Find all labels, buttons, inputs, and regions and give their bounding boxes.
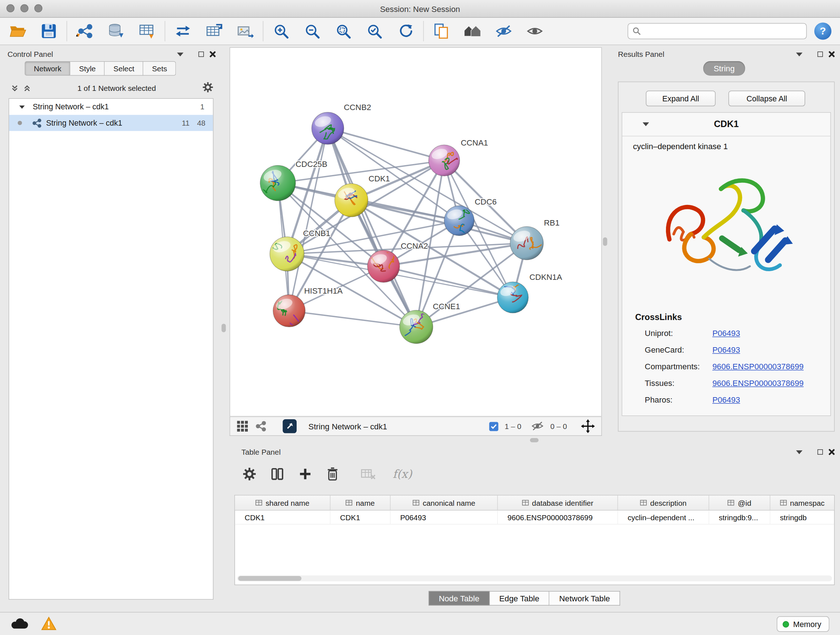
scrollbar-thumb[interactable]	[238, 576, 302, 581]
search-field[interactable]	[628, 23, 807, 39]
network-node-HIST1H1A[interactable]: HIST1H1A	[273, 287, 343, 329]
column-header[interactable]: namespac	[770, 496, 834, 510]
open-session-icon[interactable]	[9, 22, 27, 40]
search-input[interactable]	[644, 27, 802, 35]
pan-move-icon[interactable]	[581, 419, 595, 433]
crosslink-tissues-link[interactable]: 9606.ENSP00000378699	[712, 378, 804, 387]
grid-view-icon[interactable]	[237, 420, 248, 432]
zoom-fit-icon[interactable]	[334, 22, 352, 40]
export-image-icon[interactable]	[236, 22, 254, 40]
node-label: CDC25B	[295, 160, 327, 169]
tab-edge-table[interactable]: Edge Table	[489, 591, 549, 606]
import-network-database-icon[interactable]	[107, 22, 125, 40]
network-view-canvas[interactable]: CCNB2CCNA1CDC25BCDK1CDC6RB1CCNB1CCNA2CDK…	[230, 47, 602, 416]
hide-selected-eye-slash-icon[interactable]	[494, 22, 513, 40]
crosslink-compartments-link[interactable]: 9606.ENSP00000378699	[712, 362, 804, 371]
column-header[interactable]: database identifier	[498, 496, 618, 510]
column-header[interactable]: shared name	[235, 496, 330, 510]
import-network-file-icon[interactable]	[76, 22, 94, 40]
horizontal-scrollbar[interactable]	[237, 576, 832, 581]
create-column-plus-icon[interactable]	[298, 467, 312, 481]
close-panel-icon[interactable]	[828, 449, 835, 455]
zoom-out-icon[interactable]	[303, 22, 321, 40]
maximize-panel-icon[interactable]	[199, 51, 204, 57]
network-node-CCNB1[interactable]: CCNB1	[267, 229, 331, 271]
network-list-icon[interactable]	[255, 420, 267, 432]
column-header[interactable]: @id	[709, 496, 770, 510]
import-table-icon[interactable]	[138, 22, 156, 40]
cell-description[interactable]: cyclin–dependent ...	[618, 510, 709, 524]
cell-namespace[interactable]: stringdb	[770, 510, 834, 524]
crosslink-pharos-link[interactable]: P06493	[712, 395, 740, 404]
network-node-CDK1[interactable]: CDK1	[335, 174, 390, 217]
cell-shared-name[interactable]: CDK1	[235, 510, 330, 524]
selected-nodes-checkbox[interactable]	[489, 422, 498, 431]
cell-canonical-name[interactable]: P06493	[390, 510, 498, 524]
vertical-splitter-handle[interactable]	[603, 237, 607, 246]
network-collection-row[interactable]: String Network – cdk1 1	[9, 99, 213, 115]
refresh-icon[interactable]	[396, 22, 415, 40]
tab-style[interactable]: Style	[71, 61, 105, 76]
function-builder-icon[interactable]: f(x)	[393, 468, 412, 481]
expand-all-button[interactable]: Expand All	[646, 91, 715, 106]
delete-column-trash-icon[interactable]	[326, 467, 339, 481]
network-edges[interactable]	[278, 128, 527, 327]
show-all-eye-icon[interactable]	[526, 22, 544, 40]
detach-view-icon[interactable]	[283, 419, 297, 433]
close-panel-icon[interactable]	[828, 51, 835, 57]
houses-icon[interactable]	[463, 22, 482, 40]
maximize-panel-icon[interactable]	[818, 449, 823, 455]
delete-table-icon[interactable]	[360, 468, 376, 481]
network-node-CDKN1A[interactable]: CDKN1A	[497, 272, 562, 313]
gene-section-header[interactable]: CDK1	[622, 112, 830, 136]
tab-select[interactable]: Select	[105, 61, 144, 76]
column-header[interactable]: canonical name	[390, 496, 498, 510]
memory-button[interactable]: Memory	[777, 616, 829, 632]
tab-string[interactable]: String	[703, 61, 745, 76]
horizontal-splitter-handle[interactable]	[530, 438, 538, 442]
window-zoom-button[interactable]	[34, 4, 42, 12]
float-panel-icon[interactable]	[796, 52, 802, 56]
warning-icon[interactable]	[41, 616, 57, 631]
copy-document-icon[interactable]	[432, 22, 450, 40]
network-node-RB1[interactable]: RB1	[510, 218, 560, 260]
crosslink-genecard-link[interactable]: P06493	[712, 345, 740, 354]
tab-network-table[interactable]: Network Table	[549, 591, 620, 606]
collapse-all-button[interactable]: Collapse All	[729, 91, 805, 106]
window-minimize-button[interactable]	[20, 4, 28, 12]
show-columns-icon[interactable]	[270, 467, 284, 481]
column-header[interactable]: description	[618, 496, 709, 510]
cell-database-identifier[interactable]: 9606.ENSP00000378699	[498, 510, 618, 524]
crosslink-uniprot-link[interactable]: P06493	[712, 328, 740, 337]
network-options-gear-icon[interactable]	[202, 81, 213, 95]
tab-sets[interactable]: Sets	[144, 61, 176, 76]
column-header[interactable]: name	[330, 496, 390, 510]
tab-network[interactable]: Network	[25, 61, 71, 76]
collapse-all-icon[interactable]	[11, 84, 19, 92]
close-panel-icon[interactable]	[209, 51, 216, 57]
float-panel-icon[interactable]	[796, 450, 802, 454]
maximize-panel-icon[interactable]	[818, 51, 823, 57]
hidden-eye-slash-icon[interactable]	[531, 421, 544, 432]
table-options-gear-icon[interactable]	[242, 467, 256, 481]
cell-name[interactable]: CDK1	[330, 510, 390, 524]
float-panel-icon[interactable]	[177, 52, 183, 56]
network-graph[interactable]: CCNB2CCNA1CDC25BCDK1CDC6RB1CCNB1CCNA2CDK…	[230, 48, 601, 416]
network-node-CCNA1[interactable]: CCNA1	[429, 138, 488, 176]
zoom-selected-icon[interactable]	[365, 22, 384, 40]
export-table-icon[interactable]	[205, 22, 223, 40]
cell-id[interactable]: stringdb:9...	[709, 510, 770, 524]
table-row[interactable]: CDK1 CDK1 P06493 9606.ENSP00000378699 cy…	[235, 510, 834, 524]
export-network-icon[interactable]	[174, 22, 192, 40]
collection-expand-icon[interactable]	[19, 105, 25, 109]
window-close-button[interactable]	[6, 4, 14, 12]
vertical-splitter-handle[interactable]	[221, 324, 226, 333]
network-row-selected[interactable]: String Network – cdk1 11 48	[9, 115, 213, 131]
expand-all-icon[interactable]	[23, 84, 31, 92]
help-button[interactable]: ?	[814, 22, 831, 40]
zoom-in-icon[interactable]	[272, 22, 290, 40]
tab-node-table[interactable]: Node Table	[429, 591, 489, 606]
save-session-icon[interactable]	[40, 22, 58, 40]
network-selection-summary: 1 of 1 Network selected	[31, 84, 202, 92]
cloud-icon[interactable]	[10, 617, 29, 631]
